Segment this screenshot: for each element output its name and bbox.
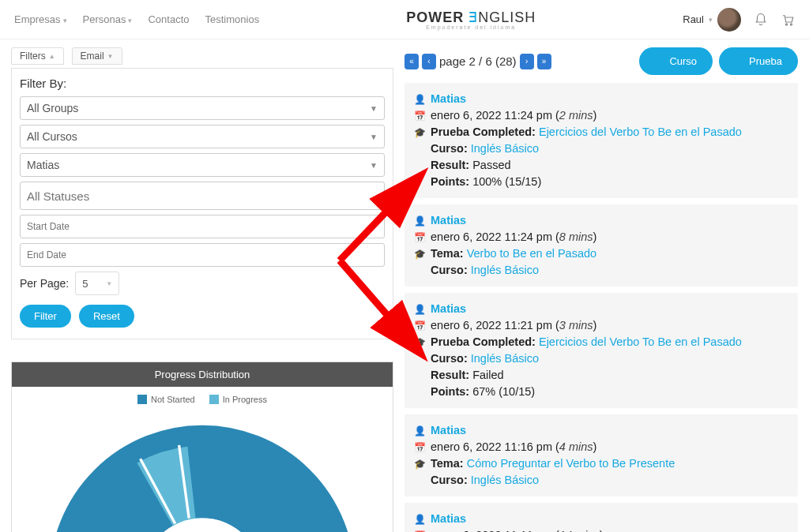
- activity-card: 👤Matias📅enero 6, 2022 11:21 pm (3 mins)🎓…: [404, 293, 798, 408]
- nav-empresas[interactable]: Empresas▾: [14, 13, 67, 25]
- activity-user[interactable]: Matias: [431, 511, 466, 527]
- curso-button[interactable]: Curso: [639, 47, 713, 75]
- chevron-down-icon: ▼: [370, 161, 378, 170]
- tema-link[interactable]: Cómo Preguntar el Verbo to Be Presente: [467, 457, 675, 470]
- chevron-down-icon: ▼: [370, 133, 378, 141]
- chart-card: Progress Distribution Not Started In Pro…: [11, 362, 393, 532]
- user-menu[interactable]: Raul ▾: [683, 8, 741, 32]
- filter-panel: Filter By: All Groups▼ All Cursos▼ Matia…: [11, 68, 393, 339]
- nav-testimonios[interactable]: Testimonios: [205, 13, 260, 25]
- caret-up-icon: ▲: [49, 53, 55, 60]
- legend-not-started: Not Started: [137, 395, 195, 404]
- tema-link[interactable]: Verbo to Be en el Pasado: [467, 247, 596, 260]
- filter-button[interactable]: Filter: [20, 305, 71, 328]
- chevron-down-icon: ▾: [128, 17, 132, 24]
- input-statuses[interactable]: [20, 182, 385, 210]
- select-groups[interactable]: All Groups▼: [20, 96, 385, 120]
- activity-date: enero 6, 2022 11:24 pm (8 mins): [431, 229, 596, 245]
- activity-user[interactable]: Matias: [431, 91, 466, 107]
- calendar-icon: 📅: [414, 441, 424, 455]
- svg-point-1: [790, 23, 792, 24]
- svg-point-0: [785, 23, 787, 24]
- select-per-page[interactable]: 5▼: [75, 272, 119, 295]
- pager: « ‹ page 2 / 6 (28) › »: [404, 54, 551, 69]
- bell-icon[interactable]: [754, 13, 768, 27]
- curso-link[interactable]: Inglés Básico: [471, 474, 539, 486]
- main-nav: Empresas▾ Personas▾ Contacto Testimonios: [14, 13, 259, 25]
- activity-card: 👤Matias📅enero 6, 2022 11:24 pm (8 mins)🎓…: [404, 204, 798, 287]
- logo: POWER ƎNGLISH Empoderate del idioma: [259, 9, 683, 30]
- pager-text: page 2 / 6 (28): [439, 54, 517, 68]
- graduation-icon: 🎓: [414, 126, 424, 140]
- header: Empresas▾ Personas▾ Contacto Testimonios…: [0, 0, 809, 39]
- prueba-link[interactable]: Ejercicios del Verbo To Be en el Pasado: [539, 335, 742, 348]
- activity-card: 👤Matias📅enero 6, 2022 11:24 pm (2 mins)🎓…: [404, 83, 798, 198]
- per-page-label: Per Page:: [20, 277, 69, 290]
- prueba-link[interactable]: Ejercicios del Verbo To Be en el Pasado: [539, 126, 742, 138]
- calendar-icon: 📅: [414, 110, 424, 123]
- prueba-button[interactable]: Prueba: [719, 47, 798, 75]
- activity-card: 👤Matias📅enero 6, 2022 11:16 pm (4 mins)🎓…: [404, 414, 798, 496]
- cart-icon[interactable]: [781, 13, 795, 27]
- activity-date: enero 6, 2022 11:21 pm (3 mins): [431, 317, 596, 334]
- curso-link[interactable]: Inglés Básico: [471, 264, 539, 276]
- download-icon: [655, 57, 664, 66]
- chevron-down-icon: ▾: [63, 17, 67, 24]
- chevron-down-icon: ▼: [106, 280, 112, 287]
- pager-prev[interactable]: ‹: [422, 54, 436, 69]
- chevron-down-icon: ▾: [709, 16, 713, 24]
- donut-chart: [12, 412, 393, 532]
- nav-personas[interactable]: Personas▾: [83, 13, 133, 25]
- activity-feed: 👤Matias📅enero 6, 2022 11:24 pm (2 mins)🎓…: [404, 83, 798, 532]
- input-end-date[interactable]: [20, 243, 385, 267]
- avatar: [717, 8, 741, 32]
- chevron-down-icon: ▼: [370, 104, 378, 113]
- nav-contacto[interactable]: Contacto: [148, 13, 189, 25]
- activity-user[interactable]: Matias: [431, 301, 466, 317]
- calendar-icon: 📅: [414, 231, 424, 245]
- calendar-icon: 📅: [414, 320, 424, 333]
- graduation-icon: 🎓: [414, 248, 424, 261]
- activity-date: enero 6, 2022 11:11 pm (14 mins): [431, 527, 603, 532]
- activity-user[interactable]: Matias: [431, 422, 466, 439]
- select-user[interactable]: Matias▼: [20, 153, 385, 177]
- input-start-date[interactable]: [20, 215, 385, 238]
- reset-button[interactable]: Reset: [79, 305, 134, 328]
- pager-first[interactable]: «: [404, 54, 419, 69]
- pager-last[interactable]: »: [537, 54, 551, 69]
- activity-date: enero 6, 2022 11:16 pm (4 mins): [431, 439, 596, 455]
- user-icon: 👤: [414, 93, 424, 107]
- pager-next[interactable]: ›: [520, 54, 534, 69]
- user-icon: 👤: [414, 215, 424, 228]
- download-icon: [735, 57, 744, 66]
- chart-title: Progress Distribution: [12, 362, 393, 387]
- graduation-icon: 🎓: [414, 458, 424, 471]
- select-cursos[interactable]: All Cursos▼: [20, 125, 385, 148]
- panel-tabs: Filters▲ Email▼: [11, 47, 393, 65]
- chart-legend: Not Started In Progress: [12, 387, 393, 412]
- user-icon: 👤: [414, 425, 424, 438]
- header-right: Raul ▾: [683, 8, 795, 32]
- filter-title: Filter By:: [20, 77, 385, 90]
- caret-down-icon: ▼: [107, 53, 114, 60]
- curso-link[interactable]: Inglés Básico: [471, 352, 539, 365]
- graduation-icon: 🎓: [414, 336, 424, 350]
- legend-in-progress: In Progress: [209, 395, 267, 404]
- activity-date: enero 6, 2022 11:24 pm (2 mins): [431, 107, 596, 124]
- user-icon: 👤: [414, 513, 424, 526]
- curso-link[interactable]: Inglés Básico: [471, 142, 539, 155]
- activity-card: 👤Matias📅enero 6, 2022 11:11 pm (14 mins)…: [404, 503, 798, 532]
- activity-user[interactable]: Matias: [431, 212, 466, 229]
- tab-email[interactable]: Email▼: [72, 47, 122, 65]
- tab-filters[interactable]: Filters▲: [11, 47, 64, 65]
- user-icon: 👤: [414, 303, 424, 317]
